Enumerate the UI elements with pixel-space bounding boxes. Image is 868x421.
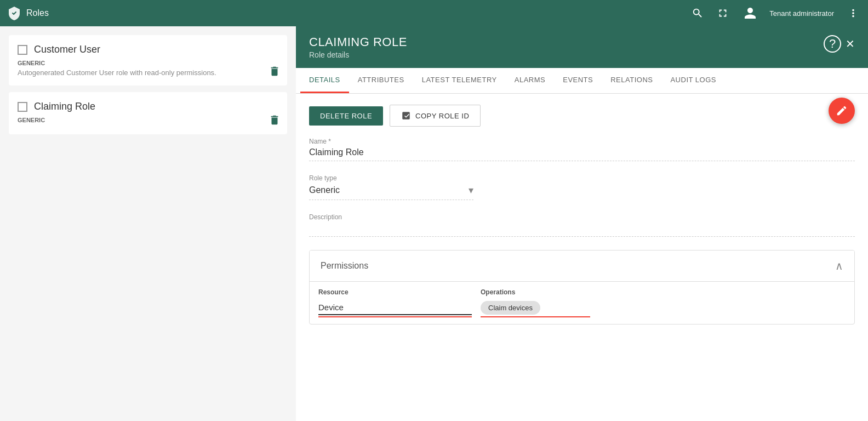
user-info: Tenant administrator [769,9,834,18]
permissions-row: Claim devices [318,300,846,315]
copy-role-id-label: COPY ROLE ID [415,112,469,120]
resource-underline [318,316,472,317]
top-header: Roles Tenant administrator [0,0,868,26]
delete-role-button[interactable]: DELETE ROLE [309,106,383,126]
permissions-section: Permissions ∧ Resource Operations Claim … [309,250,855,325]
help-icon: ? [829,37,836,51]
resource-input[interactable] [318,300,472,315]
role-name-customer-user: Customer User [34,44,100,55]
description-label: Description [309,213,855,221]
permissions-title: Permissions [321,261,368,271]
operations-cell: Claim devices [481,301,846,315]
account-icon [742,5,758,21]
main-layout: Customer User GENERIC Autogenerated Cust… [0,26,868,421]
tab-attributes[interactable]: ATTRIBUTES [349,68,413,93]
tab-latest-telemetry[interactable]: LATEST TELEMETRY [413,68,506,93]
role-type-select[interactable]: Generic ▾ [309,184,473,200]
tab-events[interactable]: EVENTS [554,68,602,93]
close-detail-button[interactable]: ✕ [846,37,855,50]
role-description-customer-user: Autogenerated Customer User role with re… [18,69,278,77]
detail-subtitle: Role details [309,50,407,59]
action-buttons: DELETE ROLE COPY ROLE ID [309,105,855,127]
tab-relations[interactable]: RELATIONS [602,68,661,93]
permissions-table: Resource Operations Claim devices [310,282,854,324]
fullscreen-icon [717,7,729,19]
tab-alarms[interactable]: ALARMS [506,68,554,93]
search-icon [692,7,704,19]
user-name: Tenant administrator [769,9,834,18]
delete-icon [269,65,281,77]
role-type-customer-user: GENERIC [18,60,278,66]
role-checkbox-customer-user[interactable] [18,45,27,55]
close-icon: ✕ [846,38,855,50]
edit-fab-button[interactable] [829,98,855,124]
name-label: Name * [309,138,855,145]
role-card-claiming-role[interactable]: Claiming Role GENERIC [9,92,287,134]
name-value: Claiming Role [309,147,855,161]
tab-details[interactable]: DETAILS [300,68,349,93]
role-name-claiming-role: Claiming Role [34,101,95,112]
role-checkbox-claiming-role[interactable] [18,102,27,112]
name-field: Name * Claiming Role [309,138,855,161]
detail-content: DELETE ROLE COPY ROLE ID Name * Claiming… [296,94,868,421]
roles-list: Customer User GENERIC Autogenerated Cust… [0,26,296,421]
description-field: Description [309,213,855,237]
role-card-header: Customer User [18,44,278,55]
role-type-field: Role type Generic ▾ [309,174,855,200]
copy-id-icon [401,111,411,121]
permissions-table-header: Resource Operations [318,288,846,296]
role-type-value: Generic [309,185,469,195]
more-vert-icon [847,7,859,19]
role-type-claiming-role: GENERIC [18,117,278,123]
detail-title: CLAIMING ROLE [309,35,407,49]
resource-col-header: Resource [318,288,472,296]
permissions-header: Permissions ∧ [310,251,854,282]
permissions-collapse-button[interactable]: ∧ [835,259,843,272]
header-actions: Tenant administrator [689,3,861,24]
tab-audit-logs[interactable]: AUDIT LOGS [661,68,725,93]
role-type-label: Role type [309,174,855,182]
detail-panel: CLAIMING ROLE Role details ? ✕ DETAILS A… [296,26,868,421]
app-logo: Roles [7,5,49,21]
app-title: Roles [26,8,49,18]
fullscreen-button[interactable] [715,5,731,21]
more-options-button[interactable] [845,5,861,21]
detail-header: CLAIMING ROLE Role details ? ✕ [296,26,868,68]
search-button[interactable] [689,5,706,21]
role-card-claiming-header: Claiming Role [18,101,278,112]
copy-role-id-button[interactable]: COPY ROLE ID [390,105,481,127]
operations-col-header: Operations [481,288,846,296]
description-value[interactable] [309,223,855,237]
role-card-customer-user[interactable]: Customer User GENERIC Autogenerated Cust… [9,35,287,86]
detail-title-group: CLAIMING ROLE Role details [309,35,407,59]
delete-customer-user-button[interactable] [269,65,281,79]
resource-cell [318,300,472,315]
shield-icon [7,5,22,21]
ops-underline [481,316,590,317]
delete-icon-2 [269,114,281,126]
edit-icon [836,105,848,117]
detail-header-actions: ? ✕ [824,35,855,53]
user-avatar-button[interactable] [740,3,761,24]
op-chip-claim-devices: Claim devices [481,301,540,315]
detail-tabs: DETAILS ATTRIBUTES LATEST TELEMETRY ALAR… [296,68,868,94]
delete-claiming-role-button[interactable] [269,114,281,128]
help-button[interactable]: ? [824,35,841,53]
dropdown-arrow-icon: ▾ [469,184,473,196]
